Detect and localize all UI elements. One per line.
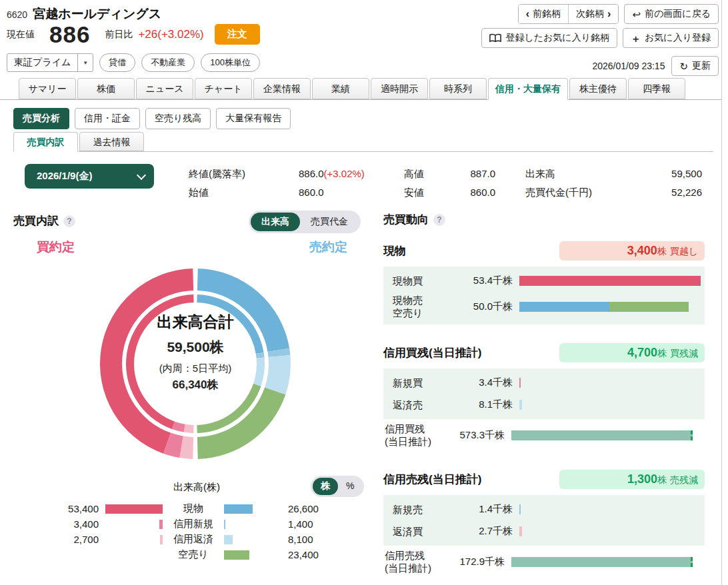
order-button[interactable]: 注文 xyxy=(215,24,260,45)
favorite-list-button[interactable]: 登録したお気に入り銘柄 xyxy=(481,28,617,48)
open-value: 860.0 xyxy=(299,183,404,202)
trend-panel: 新規買3.4千株返済売8.1千株 xyxy=(383,368,705,419)
trend-row-value: 1.4千株 xyxy=(459,503,513,516)
badge-label: 買越し xyxy=(670,246,698,258)
trend-section: 現物3,400株買越し現物買53.4千株現物売 空売り50.0千株 xyxy=(383,240,705,324)
main-tab[interactable]: 企業情報 xyxy=(253,78,311,99)
trend-panel: 現物買53.4千株現物売 空売り50.0千株 xyxy=(383,267,705,324)
volume-value: 59,500 xyxy=(612,165,702,183)
badge-unit: 株 xyxy=(657,474,667,486)
inner-tab[interactable]: 過去情報 xyxy=(79,132,144,151)
main-tab[interactable]: チャート xyxy=(195,78,252,99)
current-price-label: 現在値 xyxy=(7,29,35,41)
subnav-button[interactable]: 信用・証金 xyxy=(75,108,140,129)
residual-bar xyxy=(511,557,693,567)
refresh-button[interactable]: ↻更新 xyxy=(671,56,719,76)
volume-label: 出来高 xyxy=(525,165,612,183)
back-arrow-icon: ↩ xyxy=(632,9,641,19)
trend-badge: 3,400株買越し xyxy=(559,241,705,261)
refresh-label: 更新 xyxy=(692,60,711,72)
close-value: 886.0(+3.02%) xyxy=(299,165,404,183)
legend-buy-bar-cell xyxy=(105,504,163,514)
donut-total: 59,500株 xyxy=(115,338,275,356)
favorite-add-button[interactable]: ＋ お気に入り登録 xyxy=(623,28,719,48)
back-button[interactable]: ↩前の画面に戻る xyxy=(624,4,719,24)
favorite-add-label: お気に入り登録 xyxy=(645,32,711,44)
stock-tag[interactable]: 100株単位 xyxy=(201,53,260,72)
subnav-button[interactable]: 売買分析 xyxy=(13,108,69,129)
chevron-down-icon: ▼ xyxy=(77,54,93,71)
trend-row-label: 返済買 xyxy=(393,525,459,538)
high-label: 高値 xyxy=(404,165,441,183)
change-value: +26(+3.02%) xyxy=(138,28,203,41)
unit-toggle-option[interactable]: 株 xyxy=(313,478,338,495)
main-tab[interactable]: 信用・大量保有 xyxy=(488,78,568,100)
breakdown-title: 売買内訳 xyxy=(13,213,59,229)
trend-section-title: 信用買残(当日推計) xyxy=(383,345,481,360)
date-select[interactable]: 2026/1/9(金) xyxy=(25,164,154,189)
main-tab[interactable]: 業績 xyxy=(312,78,369,99)
legend-sell-value: 26,600 xyxy=(281,503,349,514)
residual-bar xyxy=(511,430,693,440)
trend-row-label: 現物売 空売り xyxy=(393,294,459,320)
close-label: 終値(騰落率) xyxy=(189,165,299,183)
high-value: 887.0 xyxy=(441,165,495,183)
trend-row-label: 現物買 xyxy=(393,275,459,288)
help-icon[interactable]: ? xyxy=(433,214,445,226)
legend-sell-bar-cell xyxy=(224,535,281,544)
badge-value: 3,400 xyxy=(627,244,657,258)
unit-toggle-option[interactable]: % xyxy=(338,478,362,495)
legend-label: 信用新規 xyxy=(163,518,224,530)
donut-inner-total: 66,340株 xyxy=(115,377,275,392)
main-tab[interactable]: 適時開示 xyxy=(371,78,428,99)
badge-label: 買残減 xyxy=(670,348,698,360)
trend-row-label: 信用売残 (当日推計) xyxy=(385,549,451,575)
inner-tab[interactable]: 売買内訳 xyxy=(13,132,78,152)
trend-bar xyxy=(519,378,521,388)
refresh-row: 2026/01/09 23:15 ↻更新 xyxy=(592,56,719,76)
main-tab-bar: サマリー株価ニュースチャート企業情報業績適時開示時系列信用・大量保有株主優待四季… xyxy=(0,78,721,100)
prev-next-group: ‹前銘柄 次銘柄› xyxy=(518,4,619,24)
trend-panel: 新規売1.4千株返済買2.7千株 xyxy=(383,495,705,546)
trend-section-title: 現物 xyxy=(383,243,406,259)
stock-meta-row: 東証プライム ▼ 貸借不動産業100株単位 xyxy=(7,53,260,72)
trend-row-bars xyxy=(519,378,703,388)
analysis-subnav: 売買分析信用・証金空売り残高大量保有報告 xyxy=(13,108,291,129)
legend-buy-value: 3,400 xyxy=(37,518,105,530)
stock-tag[interactable]: 不動産業 xyxy=(141,53,195,72)
help-icon[interactable]: ? xyxy=(63,215,75,227)
subnav-button[interactable]: 空売り残高 xyxy=(145,108,211,129)
buy-executed-label: 買約定 xyxy=(37,239,75,256)
low-label: 安値 xyxy=(404,183,441,202)
trend-section-header: 信用売残(当日推計)1,300株売残減 xyxy=(383,468,705,490)
trend-row: 新規買3.4千株 xyxy=(383,372,705,394)
trade-trend-column: 売買動向 ? 現物3,400株買越し現物買53.4千株現物売 空売り50.0千株… xyxy=(383,212,705,585)
badge-unit: 株 xyxy=(657,246,667,258)
legend-buy-bar-cell xyxy=(105,535,163,544)
stock-tag[interactable]: 貸借 xyxy=(99,53,135,72)
trend-section: 信用売残(当日推計)1,300株売残減新規売1.4千株返済買2.7千株信用売残 … xyxy=(383,468,705,578)
content-right-border xyxy=(721,0,722,585)
toggle-option[interactable]: 売買代金 xyxy=(300,213,359,231)
main-tab[interactable]: ニュース xyxy=(136,78,193,99)
prev-stock-button[interactable]: ‹前銘柄 xyxy=(519,5,568,23)
trend-bar xyxy=(519,400,522,410)
next-stock-button[interactable]: 次銘柄› xyxy=(568,5,618,23)
legend-label: 現物 xyxy=(163,502,224,515)
chevron-down-icon xyxy=(137,170,146,179)
main-tab[interactable]: 時系列 xyxy=(429,78,487,99)
market-select[interactable]: 東証プライム ▼ xyxy=(7,53,93,72)
main-tab[interactable]: 四季報 xyxy=(628,78,685,99)
donut-center-text: 出来高合計 59,500株 (内周：5日平均) 66,340株 xyxy=(115,312,275,392)
trend-row: 現物買53.4千株 xyxy=(383,270,705,292)
toggle-option[interactable]: 出来高 xyxy=(251,213,300,231)
price-row: 現在値 886 前日比 +26(+3.02%) 注文 xyxy=(7,23,260,46)
main-tab[interactable]: 株主優待 xyxy=(569,78,627,99)
subnav-button[interactable]: 大量保有報告 xyxy=(216,108,291,129)
legend-sell-bar xyxy=(224,520,225,529)
turnover-label: 売買代金(千円) xyxy=(525,183,612,202)
main-tab[interactable]: 株価 xyxy=(77,78,135,99)
breakdown-title-row: 売買内訳 ? xyxy=(13,213,75,229)
main-tab[interactable]: サマリー xyxy=(19,78,76,99)
trend-title-row: 売買動向 ? xyxy=(383,212,705,227)
